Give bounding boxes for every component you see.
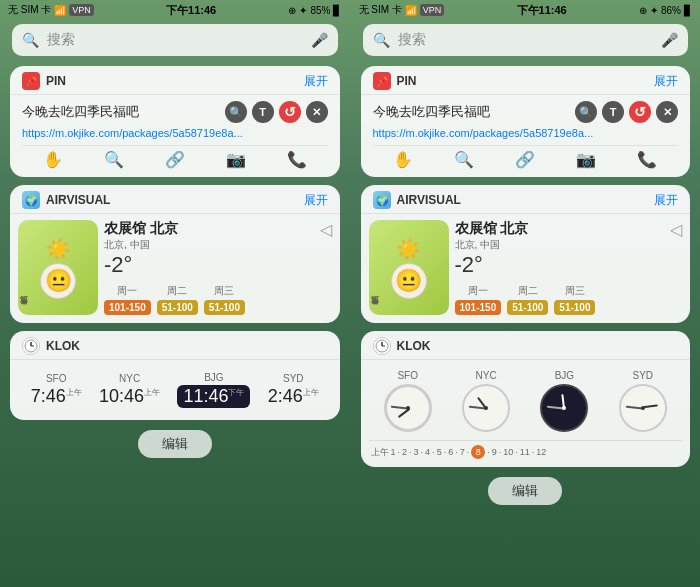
carrier-left: 无 SIM 卡 [8, 3, 51, 17]
pin-link-icon-left[interactable]: 🔗 [165, 150, 185, 169]
pin-url-left[interactable]: https://m.okjike.com/packages/5a58719e8a… [22, 127, 328, 139]
av-sun-icon-right: ☀️ [396, 237, 421, 261]
pin-expand-right[interactable]: 展开 [654, 73, 678, 90]
av-nav-icon-left[interactable]: ◁ [320, 220, 332, 239]
klok-analog-clocks: SFO NYC [369, 366, 683, 436]
edit-button-right[interactable]: 编辑 [488, 477, 562, 505]
pin-title-row-right: 📌 PIN [373, 72, 417, 90]
klok-nyc-left: NYC 10:46上午 [99, 373, 160, 407]
av-title-right: AIRVISUAL [397, 193, 461, 207]
wifi-icon-left: 📶 [54, 5, 66, 16]
tl-15: · [487, 447, 490, 457]
klok-syd-city-right: SYD [633, 370, 654, 381]
bluetooth-icon-left: ✦ [299, 5, 307, 16]
klok-bjg-time-left: 11:46下午 [177, 385, 250, 408]
tl-am-label: 上午 [371, 446, 389, 459]
klok-nyc-analog: NYC [462, 370, 510, 432]
status-right-right: ⊕ ✦ 86% ▊ [639, 5, 692, 16]
tl-3: 2 [402, 447, 407, 457]
klok-nyc-dot [484, 406, 488, 410]
av-day-2-left: 周二 51-100 [157, 284, 198, 315]
tl-10: · [444, 447, 447, 457]
tl-2: · [398, 447, 401, 457]
av-day-label-2-right: 周二 [518, 284, 538, 298]
pin-t-btn-left[interactable]: T [252, 101, 274, 123]
av-location-left: 农展馆 北京 北京, 中国 ◁ [104, 220, 332, 252]
pin-close-btn-right[interactable]: ✕ [656, 101, 678, 123]
av-title-row-right: 🌍 AIRVISUAL [373, 191, 461, 209]
pin-text-left: 今晚去吃四季民福吧 [22, 103, 225, 121]
status-left-left: 无 SIM 卡 📶 VPN [8, 3, 94, 17]
location-icon-left: ⊕ [288, 5, 296, 16]
pin-header-left: 📌 PIN 展开 [10, 66, 340, 95]
klok-syd-city-left: SYD [283, 373, 304, 384]
av-forecast-left: 周一 101-150 周二 51-100 周三 51-100 [104, 284, 332, 315]
search-bar-right[interactable]: 🔍 搜索 🎤 [363, 24, 689, 56]
av-day-3-right: 周三 51-100 [554, 284, 595, 315]
pin-phone-icon-left[interactable]: 📞 [287, 150, 307, 169]
right-panel: 无 SIM 卡 📶 VPN 下午11:46 ⊕ ✦ 86% ▊ 🔍 搜索 🎤 📌… [351, 0, 701, 587]
klok-widget-left: KLOK SFO 7:46上午 NYC 10:46上午 BJG 11:46下午 … [10, 331, 340, 420]
av-temp-left: -2° [104, 252, 332, 278]
mic-icon-left[interactable]: 🎤 [311, 32, 328, 48]
edit-button-left[interactable]: 编辑 [138, 430, 212, 458]
pin-link-icon-right[interactable]: 🔗 [515, 150, 535, 169]
av-location-right: 农展馆 北京 北京, 中国 ◁ [455, 220, 683, 252]
pin-title-right: PIN [397, 74, 417, 88]
klok-bjg-face [540, 384, 588, 432]
av-icon-right: 🌍 [373, 191, 391, 209]
klok-icon-left [22, 337, 40, 355]
pin-red-btn-left[interactable]: ↺ [279, 101, 301, 123]
tl-17: · [499, 447, 502, 457]
av-country-left: 北京, 中国 [104, 238, 178, 252]
pin-header-right: 📌 PIN 展开 [361, 66, 691, 95]
pin-expand-left[interactable]: 展开 [304, 73, 328, 90]
bluetooth-icon-right: ✦ [650, 5, 658, 16]
mic-icon-right[interactable]: 🎤 [661, 32, 678, 48]
klok-bjg-city-right: BJG [555, 370, 574, 381]
av-expand-left[interactable]: 展开 [304, 192, 328, 209]
search-bar-left[interactable]: 🔍 搜索 🎤 [12, 24, 338, 56]
search-placeholder-left: 搜索 [47, 31, 303, 49]
klok-sfo-left: SFO 7:46上午 [31, 373, 82, 407]
klok-clocks-left: SFO 7:46上午 NYC 10:46上午 BJG 11:46下午 SYD 2… [22, 368, 328, 412]
pin-hand-icon-left[interactable]: ✋ [43, 150, 63, 169]
klok-title-row-left: KLOK [22, 337, 80, 355]
klok-sfo-face [384, 384, 432, 432]
pin-text-row-right: 今晚去吃四季民福吧 🔍 T ↺ ✕ [373, 101, 679, 123]
av-body-right: ☀️ 😐 空气质量 农展馆 北京 北京, 中国 ◁ -2° 周一 101-150 [361, 214, 691, 323]
klok-bjg-city-left: BJG [204, 372, 223, 383]
av-aqi-2-left: 51-100 [157, 300, 198, 315]
tl-4: · [409, 447, 412, 457]
pin-camera-icon-left[interactable]: 📷 [226, 150, 246, 169]
pin-search-tool-right[interactable]: 🔍 [454, 150, 474, 169]
av-title-left: AIRVISUAL [46, 193, 110, 207]
pin-search-btn-left[interactable]: 🔍 [225, 101, 247, 123]
pin-url-right[interactable]: https://m.okjike.com/packages/5a58719e8a… [373, 127, 679, 139]
tl-19: · [515, 447, 518, 457]
av-nav-icon-right[interactable]: ◁ [670, 220, 682, 239]
av-aqi-2-right: 51-100 [507, 300, 548, 315]
pin-phone-icon-right[interactable]: 📞 [637, 150, 657, 169]
klok-syd-face [619, 384, 667, 432]
tl-12: · [455, 447, 458, 457]
pin-t-btn-right[interactable]: T [602, 101, 624, 123]
av-face-right: 😐 [391, 263, 427, 299]
pin-hand-icon-right[interactable]: ✋ [393, 150, 413, 169]
av-day-label-1-left: 周一 [117, 284, 137, 298]
pin-red-btn-right[interactable]: ↺ [629, 101, 651, 123]
edit-bar-right: 编辑 [351, 477, 701, 513]
pin-close-btn-left[interactable]: ✕ [306, 101, 328, 123]
klok-icon-right [373, 337, 391, 355]
av-day-label-1-right: 周一 [468, 284, 488, 298]
pin-tools-left: ✋ 🔍 🔗 📷 📞 [22, 145, 328, 169]
av-day-label-2-left: 周二 [167, 284, 187, 298]
pin-camera-icon-right[interactable]: 📷 [576, 150, 596, 169]
pin-search-btn-right[interactable]: 🔍 [575, 101, 597, 123]
klok-title-right: KLOK [397, 339, 431, 353]
klok-syd-analog: SYD [619, 370, 667, 432]
pin-search-tool-left[interactable]: 🔍 [104, 150, 124, 169]
airvisual-widget-right: 🌍 AIRVISUAL 展开 ☀️ 😐 空气质量 农展馆 北京 北京, 中国 ◁ [361, 185, 691, 323]
search-placeholder-right: 搜索 [398, 31, 654, 49]
av-expand-right[interactable]: 展开 [654, 192, 678, 209]
